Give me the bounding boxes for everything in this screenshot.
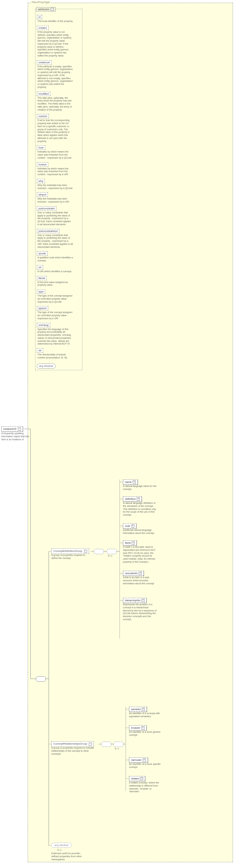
expand-icon[interactable]: +: [141, 726, 145, 729]
expand-icon[interactable]: +: [143, 758, 146, 761]
attribute-name: howuri: [37, 162, 48, 167]
attribute-name: qcode: [37, 251, 48, 256]
attribute-item: typeuriThe type of the concept assigned …: [37, 306, 74, 320]
attribute-desc: Indicates by which means the value was e…: [37, 167, 74, 176]
diagram-canvas: Flex1PropType instanceOf − A frequently …: [0, 0, 235, 868]
expand-icon[interactable]: +: [132, 541, 135, 544]
attribute-name: dir: [37, 348, 43, 353]
attribute-item: literalA free-text value assigned as pro…: [37, 276, 74, 287]
attribute-desc: A URI which identifies a concept.: [37, 269, 74, 273]
child-element: note+: [123, 523, 136, 529]
attribute-name: why: [37, 179, 45, 183]
attribute-name: typeuri: [37, 306, 48, 310]
cardinality: 0..∞: [108, 555, 112, 557]
attribute-item: xml:langSpecifies the language of this p…: [37, 323, 74, 346]
attribute-item: uriA URI which identifies a concept.: [37, 265, 74, 273]
choice-compositor: [107, 549, 117, 554]
sequence-compositor: [36, 676, 46, 682]
child-desc: Represents the position of a concept in …: [123, 603, 157, 621]
attributes-container: attributes − idThe local identifier of t…: [35, 9, 82, 370]
attribute-desc: A free-text value assigned as property v…: [37, 280, 74, 287]
attribute-item: idThe local identifier of the property.: [37, 15, 74, 23]
expand-icon[interactable]: −: [89, 743, 92, 746]
expand-icon[interactable]: +: [142, 708, 145, 711]
attribute-desc: The directionality of textual content (e…: [37, 353, 74, 359]
child-element: definition+: [123, 496, 142, 501]
attribute-desc: Specifies the language of this property …: [37, 327, 74, 346]
attribute-name: creator: [37, 26, 49, 30]
sequence-compositor: [94, 549, 104, 554]
attribute-desc: If the attribute is empty, specifies whi…: [37, 65, 74, 89]
child-desc: A natural language name for the concept.: [123, 485, 157, 491]
expand-icon[interactable]: −: [18, 427, 21, 430]
attribute-item: creatoruriIf the attribute is empty, spe…: [37, 60, 74, 89]
attribute-item: howuriIndicates by which means the value…: [37, 162, 74, 176]
concept-definition-group: ConceptDefinitionGroup −: [51, 548, 89, 554]
expand-icon[interactable]: −: [51, 8, 54, 11]
cardinality: 0..∞: [57, 849, 62, 851]
concept-def-desc: A group of properties required to define…: [51, 554, 92, 560]
attribute-name: custom: [37, 114, 49, 118]
attribute-name: type: [37, 289, 45, 294]
child-desc: In NAR 1.8 and later, facet is deprecate…: [123, 546, 157, 564]
attribute-item: pubconstrainturiOne or many constraints …: [37, 229, 74, 249]
attribute-desc: If the property value is not defined, sp…: [37, 30, 74, 57]
expand-icon[interactable]: +: [140, 777, 143, 780]
child-element: narrower+: [129, 757, 148, 763]
attribute-item: qcodeA qualified code which identifies a…: [37, 251, 74, 262]
child-desc: Additional natural language information …: [123, 529, 157, 535]
attribute-name: literal: [37, 276, 47, 280]
child-desc: A related concept, where the relationshi…: [129, 781, 163, 793]
child-desc: An identifier of a more generic concept.: [129, 731, 163, 737]
child-element: facet+: [123, 540, 137, 545]
attribute-item: creatorIf the property value is not defi…: [37, 26, 74, 57]
attribute-item: howIndicates by which means the value wa…: [37, 145, 74, 159]
child-element: broader+: [129, 725, 147, 730]
attribute-item: dirThe directionality of textual content…: [37, 348, 74, 359]
attribute-desc: A qualified code which identifies a conc…: [37, 256, 74, 262]
attribute-item: modifiedThe date (and, optionally, the t…: [37, 92, 74, 112]
ext-desc: Extension point for provider-defined pro…: [51, 852, 88, 861]
concept-relationships-group: ConceptRelationshipsGroup −: [51, 741, 94, 747]
child-desc: An identifier of a concept with equivale…: [129, 712, 163, 718]
sequence-compositor: [101, 742, 111, 747]
attribute-name: pubconstrainturi: [37, 229, 59, 233]
expand-icon[interactable]: +: [141, 599, 145, 602]
attribute-desc: One or many constraints that apply to pu…: [37, 233, 74, 249]
attribute-name: xml:lang: [37, 323, 50, 327]
any-other-attr: any ##other: [37, 363, 56, 369]
expand-icon[interactable]: +: [131, 524, 134, 527]
attribute-item: typeThe type of the concept assigned as …: [37, 289, 74, 303]
attributes-header: attributes −: [36, 7, 56, 11]
attribute-desc: If set to true the corresponding propert…: [37, 118, 74, 143]
any-other-element: any ##other: [51, 843, 72, 848]
attribute-desc: One or many constraints that apply to pu…: [37, 211, 74, 226]
child-element: hierarchyInfo+: [123, 598, 147, 603]
concept-rel-desc: A group of properties required to indica…: [51, 747, 95, 755]
attribute-desc: The type of the concept assigned as cont…: [37, 310, 74, 320]
attribute-item: whyWhy the metadata has been included - …: [37, 179, 74, 190]
attribute-name: uri: [37, 265, 43, 269]
attribute-item: customIf set to true the corresponding p…: [37, 114, 74, 143]
expand-icon[interactable]: +: [137, 497, 140, 500]
expand-icon[interactable]: −: [84, 550, 87, 553]
attribute-desc: Why the metadata has been included - exp…: [37, 197, 74, 204]
expand-icon[interactable]: +: [139, 572, 142, 575]
type-label: Flex1PropType: [31, 1, 51, 4]
attribute-item: pubconstraintOne or many constraints tha…: [37, 206, 74, 226]
child-desc: A link to an item or a web resource whic…: [123, 576, 157, 585]
attribute-name: creatoruri: [37, 60, 52, 65]
child-element: name+: [123, 479, 138, 485]
root-element-label: instanceOf: [3, 427, 16, 430]
child-desc: A natural language definition of the sem…: [123, 502, 157, 517]
attribute-name: whyuri: [37, 192, 48, 197]
attribute-desc: Why the metadata has been included - exp…: [37, 183, 74, 190]
child-element: sameAs+: [129, 707, 147, 712]
child-element: related+: [129, 776, 145, 781]
expand-icon[interactable]: +: [133, 480, 136, 484]
attribute-item: whyuriWhy the metadata has been included…: [37, 192, 74, 204]
choice-compositor: [113, 742, 124, 747]
cardinality: 0..∞: [115, 747, 119, 750]
attribute-desc: The type of the concept assigned as cont…: [37, 294, 74, 303]
root-desc: A frequently updating information object…: [1, 432, 30, 441]
